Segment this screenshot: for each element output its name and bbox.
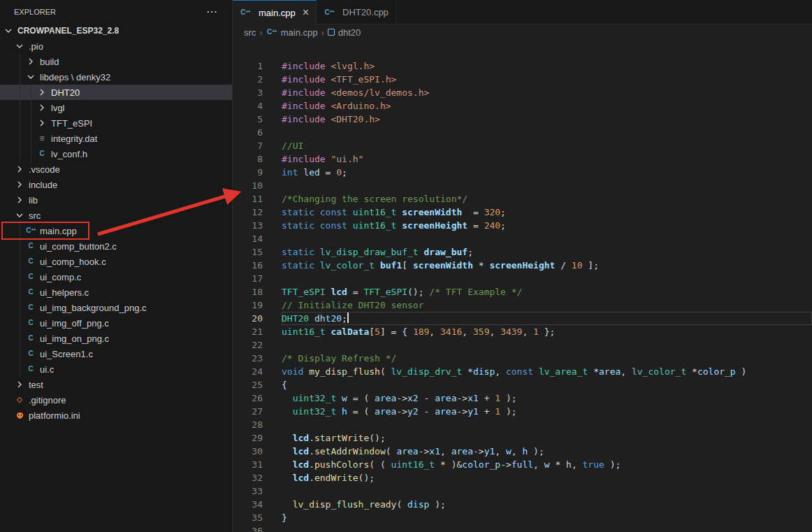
line-number[interactable]: 18: [233, 285, 282, 299]
code-line-6[interactable]: 6: [233, 126, 812, 139]
line-content[interactable]: lv_disp_flush_ready( disp );: [282, 498, 812, 511]
tree-file-platformio-ini[interactable]: platformio.ini: [0, 408, 232, 423]
code-line-35[interactable]: 35}: [233, 511, 812, 524]
line-content[interactable]: lcd.endWrite();: [282, 471, 812, 484]
line-content[interactable]: lcd.setAddrWindow( area->x1, area->y1, w…: [282, 445, 812, 458]
line-content[interactable]: uint32_t h = ( area->y2 - area->y1 + 1 )…: [282, 405, 812, 418]
line-number[interactable]: 25: [233, 378, 282, 391]
line-content[interactable]: #include <Arduino.h>: [282, 99, 812, 113]
line-number[interactable]: 29: [233, 431, 282, 445]
line-number[interactable]: 31: [233, 458, 282, 471]
code-line-12[interactable]: 12static const uint16_t screenWidth = 32…: [233, 206, 812, 219]
code-line-28[interactable]: 28: [233, 418, 812, 431]
line-content[interactable]: [282, 418, 812, 431]
tree-folder-lvgl[interactable]: lvgl: [0, 100, 232, 115]
tree-folder-src[interactable]: src: [0, 208, 232, 223]
tree-file-ui-c[interactable]: Cui.c: [0, 361, 232, 377]
line-content[interactable]: #include <DHT20.h>: [282, 113, 812, 126]
line-content[interactable]: /* Display Refresh */: [282, 352, 812, 365]
line-content[interactable]: // Initialize DHT20 sensor: [282, 299, 812, 312]
code-line-24[interactable]: 24void my_disp_flush( lv_disp_drv_t *dis…: [233, 365, 812, 378]
line-number[interactable]: 26: [233, 391, 282, 405]
line-number[interactable]: 33: [233, 484, 282, 498]
tree-folder-tft-espi[interactable]: TFT_eSPI: [0, 115, 232, 131]
tree-root-folder[interactable]: CROWPANEL_ESP32_2.8: [0, 23, 232, 38]
tab-dht20-cpp[interactable]: C++ DHT20.cpp: [317, 0, 396, 24]
line-number[interactable]: 19: [233, 299, 282, 312]
line-content[interactable]: [282, 484, 812, 498]
line-content[interactable]: lcd.pushColors( ( uint16_t * )&color_p->…: [282, 458, 812, 471]
line-number[interactable]: 21: [233, 325, 282, 338]
code-line-22[interactable]: 22: [233, 338, 812, 352]
line-content[interactable]: #include "ui.h": [282, 152, 812, 166]
code-line-9[interactable]: 9int led = 0;: [233, 166, 812, 179]
code-line-2[interactable]: 2#include <TFT_eSPI.h>: [233, 73, 812, 86]
code-line-3[interactable]: 3#include <demos/lv_demos.h>: [233, 86, 812, 99]
line-number[interactable]: 20: [233, 312, 282, 325]
line-content[interactable]: {: [282, 378, 812, 391]
line-number[interactable]: 8: [233, 152, 282, 166]
code-line-19[interactable]: 19// Initialize DHT20 sensor: [233, 299, 812, 312]
tree-file-ui-comp-c[interactable]: Cui_comp.c: [0, 269, 232, 285]
code-editor[interactable]: 1#include <lvgl.h>2#include <TFT_eSPI.h>…: [233, 40, 812, 532]
line-content[interactable]: static const uint16_t screenHeight = 240…: [282, 219, 812, 232]
line-content[interactable]: [282, 524, 812, 532]
breadcrumb-item-main-cpp[interactable]: C++ main.cpp: [266, 27, 318, 38]
line-number[interactable]: 28: [233, 418, 282, 431]
code-line-15[interactable]: 15static lv_disp_draw_buf_t draw_buf;: [233, 245, 812, 259]
tree-file-ui-img-off-png-c[interactable]: Cui_img_off_png.c: [0, 315, 232, 331]
line-content[interactable]: [282, 232, 812, 245]
line-content[interactable]: }: [282, 511, 812, 524]
line-number[interactable]: 7: [233, 139, 282, 152]
tree-file-lv-conf-h[interactable]: Clv_conf.h: [0, 146, 232, 161]
tree-folder-libdeps-denky32[interactable]: libdeps \ denky32: [0, 69, 232, 85]
code-line-18[interactable]: 18TFT_eSPI lcd = TFT_eSPI(); /* TFT Exam…: [233, 285, 812, 299]
line-content[interactable]: [282, 179, 812, 192]
line-number[interactable]: 15: [233, 245, 282, 259]
code-line-21[interactable]: 21uint16_t calData[5] = { 189, 3416, 359…: [233, 325, 812, 338]
tree-folder-include[interactable]: include: [0, 177, 232, 192]
line-number[interactable]: 10: [233, 179, 282, 192]
code-line-13[interactable]: 13static const uint16_t screenHeight = 2…: [233, 219, 812, 232]
code-line-1[interactable]: 1#include <lvgl.h>: [233, 59, 812, 73]
code-line-25[interactable]: 25{: [233, 378, 812, 391]
line-number[interactable]: 36: [233, 524, 282, 532]
tree-folder-pio[interactable]: .pio: [0, 38, 232, 54]
line-number[interactable]: 30: [233, 445, 282, 458]
tree-file-ui-helpers-c[interactable]: Cui_helpers.c: [0, 285, 232, 300]
line-content[interactable]: TFT_eSPI lcd = TFT_eSPI(); /* TFT Exampl…: [282, 285, 812, 299]
line-number[interactable]: 3: [233, 86, 282, 99]
code-line-16[interactable]: 16static lv_color_t buf1[ screenWidth * …: [233, 259, 812, 272]
code-line-8[interactable]: 8#include "ui.h": [233, 152, 812, 166]
line-number[interactable]: 6: [233, 126, 282, 139]
code-line-20[interactable]: 20DHT20 dht20;: [233, 312, 812, 325]
line-content[interactable]: #include <lvgl.h>: [282, 59, 812, 73]
line-number[interactable]: 32: [233, 471, 282, 484]
tree-folder-build[interactable]: build: [0, 54, 232, 69]
code-line-10[interactable]: 10: [233, 179, 812, 192]
line-number[interactable]: 4: [233, 99, 282, 113]
line-content[interactable]: /*Changing the screen resolution*/: [282, 192, 812, 206]
line-content[interactable]: lcd.startWrite();: [282, 431, 812, 445]
code-line-32[interactable]: 32 lcd.endWrite();: [233, 471, 812, 484]
line-content[interactable]: static lv_color_t buf1[ screenWidth * sc…: [282, 259, 812, 272]
code-line-33[interactable]: 33: [233, 484, 812, 498]
code-line-11[interactable]: 11/*Changing the screen resolution*/: [233, 192, 812, 206]
code-line-7[interactable]: 7//UI: [233, 139, 812, 152]
tree-file-ui-img-background-png-c[interactable]: Cui_img_background_png.c: [0, 300, 232, 315]
tree-folder-vscode[interactable]: .vscode: [0, 161, 232, 177]
tree-file-ui-comp-hook-c[interactable]: Cui_comp_hook.c: [0, 254, 232, 269]
tree-file-ui-img-on-png-c[interactable]: Cui_img_on_png.c: [0, 331, 232, 346]
code-line-34[interactable]: 34 lv_disp_flush_ready( disp );: [233, 498, 812, 511]
breadcrumb-item-src[interactable]: src: [244, 27, 256, 38]
line-number[interactable]: 2: [233, 73, 282, 86]
line-content[interactable]: uint32_t w = ( area->x2 - area->x1 + 1 )…: [282, 391, 812, 405]
line-number[interactable]: 12: [233, 206, 282, 219]
code-line-5[interactable]: 5#include <DHT20.h>: [233, 113, 812, 126]
tab-main-cpp[interactable]: C++ main.cpp ×: [233, 0, 317, 24]
tree-file-integrity-dat[interactable]: ≡integrity.dat: [0, 131, 232, 146]
line-number[interactable]: 24: [233, 365, 282, 378]
tree-file-gitignore[interactable]: .gitignore: [0, 392, 232, 408]
tree-file-ui-screen1-c[interactable]: Cui_Screen1.c: [0, 346, 232, 361]
code-line-31[interactable]: 31 lcd.pushColors( ( uint16_t * )&color_…: [233, 458, 812, 471]
